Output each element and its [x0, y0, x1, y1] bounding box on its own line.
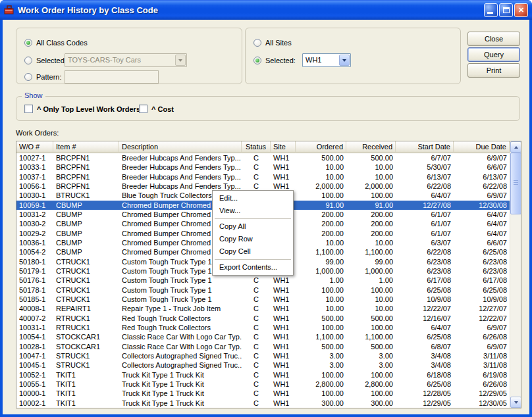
selected-class-code-radio[interactable]	[24, 57, 32, 64]
site-combo-value: WH1	[306, 56, 338, 64]
menu-item-edit[interactable]: Edit...	[213, 192, 293, 205]
wo-cell-status: C	[242, 342, 271, 351]
wo-row-10028-1[interactable]: 10028-1STOCKCAR1Classic Race Car With Lo…	[16, 342, 510, 351]
wo-cell-ordered: 10.00	[296, 172, 346, 182]
wo-cell-start-date: 6/23/08	[396, 257, 454, 266]
wo-row-10002-1[interactable]: 10002-1TKIT1Truck Kit Type 1 Truck KitCW…	[16, 399, 510, 408]
menu-item-copy-all[interactable]: Copy All	[213, 220, 293, 233]
column-header-received[interactable]: Received	[346, 141, 396, 153]
wo-row-50176-1[interactable]: 50176-1CTRUCK1Custom Tough Truck Type 1C…	[16, 276, 510, 285]
menu-item-copy-cell[interactable]: Copy Cell	[213, 245, 293, 258]
wo-cell-status: C	[242, 351, 271, 360]
menu-item-copy-row[interactable]: Copy Row	[213, 233, 293, 245]
wo-cell-received: 10.00	[346, 304, 396, 313]
wo-row-10033-1[interactable]: 10033-1BRCPFN1Breeder Hubcaps And Fender…	[16, 162, 510, 172]
scroll-down-button[interactable]	[510, 397, 521, 408]
wo-row-10037-1[interactable]: 10037-1BRCPFN1Breeder Hubcaps And Fender…	[16, 172, 510, 182]
wo-cell-start-date: 6/1/07	[396, 219, 454, 228]
arrow-down-icon	[514, 401, 518, 404]
show-group-title: Show	[22, 91, 45, 99]
top-level-checkbox[interactable]	[24, 105, 33, 113]
wo-cell-item: CTRUCK1	[53, 276, 119, 285]
wo-cell-due-date: 6/6/07	[454, 238, 510, 247]
wo-row-10052-1[interactable]: 10052-1TKIT1Truck Kit Type 1 Truck KitCW…	[16, 370, 510, 380]
wo-cell-item: BRCPFN1	[53, 172, 119, 182]
wo-cell-w-o: 10054-2	[16, 247, 53, 257]
wo-row-50185-1[interactable]: 50185-1CTRUCK1Custom Tough Truck Type 1C…	[16, 295, 510, 304]
menu-separator	[215, 259, 291, 260]
wo-row-10000-1[interactable]: 10000-1TKIT1Truck Kit Type 1 Truck KitCW…	[16, 389, 510, 398]
wo-row-10027-1[interactable]: 10027-1BRCPFN1Breeder Hubcaps And Fender…	[16, 153, 510, 162]
window-title: Work Order History by Class Code	[18, 5, 483, 15]
wo-row-10055-1[interactable]: 10055-1TKIT1Truck Kit Type 1 Truck KitCW…	[16, 380, 510, 389]
wo-cell-site: WH1	[271, 323, 296, 332]
maximize-button[interactable]	[499, 3, 513, 17]
menu-item-view[interactable]: View...	[213, 205, 293, 217]
column-header-ordered[interactable]: Ordered	[296, 141, 346, 153]
wo-cell-description: Red Tough Truck Collectors	[119, 314, 242, 323]
wo-cell-status: C	[242, 380, 271, 389]
wo-cell-received: 300.00	[346, 399, 396, 408]
class-code-combo[interactable]: TOYS-CARS-Toy Cars	[65, 53, 187, 67]
cost-checkbox[interactable]	[139, 105, 147, 113]
all-sites-label[interactable]: All Sites	[265, 38, 292, 47]
column-header-description[interactable]: Description	[119, 141, 242, 153]
site-combo[interactable]: WH1	[302, 53, 351, 67]
wo-row-50178-1[interactable]: 50178-1CTRUCK1Custom Tough Truck Type 1C…	[16, 285, 510, 295]
pattern-label[interactable]: Pattern:	[36, 72, 62, 82]
top-level-checkbox-label[interactable]: ^ Only Top Level Work Orders	[37, 105, 140, 114]
wo-cell-w-o: 10054-1	[16, 332, 53, 341]
context-menu: Edit...View...Copy AllCopy RowCopy CellE…	[212, 190, 294, 276]
selected-class-code-label[interactable]: Selected:	[36, 56, 66, 65]
minimize-button[interactable]	[484, 3, 498, 17]
wo-row-10045-1[interactable]: 10045-1STRUCK1Collectors Autographed Sig…	[16, 360, 510, 370]
wo-cell-start-date: 6/23/08	[396, 266, 454, 276]
pattern-radio[interactable]	[24, 73, 32, 81]
selected-site-radio[interactable]	[253, 57, 261, 64]
wo-cell-site: WH1	[271, 295, 296, 304]
wo-row-10031-1[interactable]: 10031-1RTRUCK1Red Tough Truck Collectors…	[16, 323, 510, 332]
wo-cell-due-date: 12/29/05	[454, 389, 510, 398]
column-header-site[interactable]: Site	[271, 141, 296, 153]
close-window-button[interactable]: ✕	[514, 3, 528, 17]
menu-item-export-contents[interactable]: Export Contents...	[213, 261, 293, 274]
column-header-start-date[interactable]: Start Date	[396, 141, 454, 153]
vertical-scrollbar[interactable]	[510, 141, 521, 408]
wo-cell-description: Breeder Hubcaps And Fenders Typ...	[119, 172, 242, 182]
wo-row-40008-1[interactable]: 40008-1REPAIRT1Repair Type 1 - Truck Job…	[16, 304, 510, 313]
wo-cell-status: C	[242, 360, 271, 370]
wo-cell-w-o: 10030-1	[16, 191, 53, 200]
wo-cell-description: Custom Tough Truck Type 1	[119, 295, 242, 304]
scroll-up-button[interactable]	[510, 141, 521, 153]
column-header-due-date[interactable]: Due Date	[454, 141, 510, 153]
all-class-codes-label[interactable]: All Class Codes	[36, 38, 88, 47]
close-button[interactable]: Close	[467, 32, 520, 46]
window: Work Order History by Class Code ✕ All C…	[0, 0, 532, 417]
wo-cell-received: 2,800.00	[346, 380, 396, 389]
wo-cell-w-o: 50180-1	[16, 257, 53, 266]
all-sites-radio[interactable]	[253, 39, 261, 47]
wo-cell-item: TKIT1	[53, 399, 119, 408]
selected-site-label[interactable]: Selected:	[265, 56, 296, 65]
wo-row-10054-1[interactable]: 10054-1STOCKCAR1Classic Race Car With Lo…	[16, 332, 510, 341]
wo-cell-status: C	[242, 389, 271, 398]
scrollbar-thumb[interactable]	[510, 153, 521, 214]
cost-checkbox-label[interactable]: ^ Cost	[151, 105, 174, 114]
all-class-codes-radio[interactable]	[24, 39, 32, 47]
wo-cell-w-o: 10028-1	[16, 342, 53, 351]
column-header-w-o[interactable]: W/O #	[16, 141, 53, 153]
print-button[interactable]: Print	[467, 63, 520, 78]
wo-cell-site: WH1	[271, 172, 296, 182]
wo-cell-item: CTRUCK1	[53, 257, 119, 266]
query-button[interactable]: Query	[467, 47, 520, 62]
wo-cell-received: 200.00	[346, 219, 396, 228]
wo-cell-received: 100.00	[346, 285, 396, 295]
wo-cell-due-date: 6/4/07	[454, 219, 510, 228]
column-header-item[interactable]: Item #	[53, 141, 119, 153]
wo-cell-received: 91.00	[346, 201, 396, 210]
wo-cell-ordered: 500.00	[296, 342, 346, 351]
pattern-input[interactable]	[65, 70, 159, 84]
wo-row-10047-1[interactable]: 10047-1STRUCK1Collectors Autographed Sig…	[16, 351, 510, 360]
wo-row-40007-2[interactable]: 40007-2RTRUCK1Red Tough Truck Collectors…	[16, 314, 510, 323]
column-header-status[interactable]: Status	[242, 141, 271, 153]
